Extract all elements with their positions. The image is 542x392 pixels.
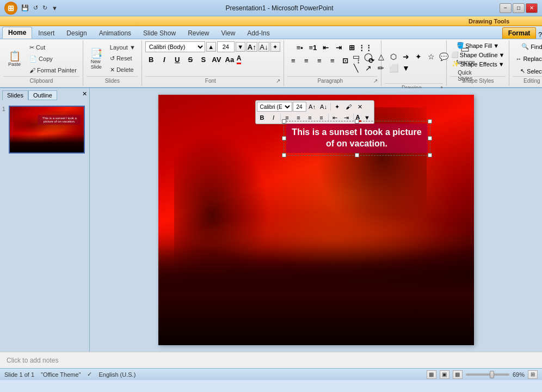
shape-effects-dropdown[interactable]: ▼ [498, 61, 504, 68]
close-button[interactable]: ✕ [526, 3, 538, 13]
shape-line[interactable]: ╲ [350, 63, 362, 74]
notes-bar[interactable]: Click to add notes [0, 352, 542, 368]
text-box-container[interactable]: This is a sunset I took a picture of on … [284, 121, 430, 156]
shape-oval[interactable]: ◯ [362, 51, 374, 62]
font-name-select[interactable]: Calibri (Body) [145, 41, 205, 52]
italic-button[interactable]: I [158, 53, 170, 65]
handle-top-middle[interactable] [355, 119, 359, 124]
shape-textbox[interactable]: ⬜ [387, 63, 399, 74]
redo-button[interactable]: ↻ [41, 3, 49, 13]
text-box-selection[interactable]: This is a sunset I took a picture of on … [284, 121, 430, 156]
underline-button[interactable]: U [171, 53, 183, 65]
new-slide-button[interactable]: 📑 NewSlide [87, 46, 106, 72]
clear-format[interactable]: ✦ [270, 42, 280, 52]
shape-outline-button[interactable]: ⬜ Shape Outline ▼ [450, 51, 506, 59]
panel-close-button[interactable]: ✕ [82, 90, 87, 100]
shape-connector[interactable]: ↗ [362, 63, 374, 74]
font-size-input[interactable] [217, 41, 235, 52]
font-dialog-launcher[interactable]: ↗ [276, 78, 280, 84]
tab-slides[interactable]: Slides [2, 90, 28, 100]
format-painter-button[interactable]: 🖌 Format Painter [27, 65, 79, 75]
char-spacing-button[interactable]: AV [211, 53, 223, 65]
tab-addins[interactable]: Add-Ins [241, 27, 275, 39]
maximize-button[interactable]: □ [513, 3, 525, 13]
align-left-button[interactable]: ≡ [287, 54, 299, 66]
numbered-list-button[interactable]: ≡1 [307, 41, 319, 53]
tab-insert[interactable]: Insert [32, 27, 60, 39]
fit-slide-button[interactable]: ⊞ [528, 370, 538, 379]
handle-top-left[interactable] [282, 119, 286, 124]
select-button[interactable]: ↖ Select [518, 66, 542, 76]
view-slide-sorter-button[interactable]: ▣ [440, 370, 449, 379]
help-icon[interactable]: ? [538, 31, 542, 39]
increase-indent-button[interactable]: ⇥ [333, 41, 345, 53]
cut-button[interactable]: ✂ Cut [27, 42, 79, 53]
shape-freeform[interactable]: ✏ [375, 63, 387, 74]
tab-home[interactable]: Home [2, 27, 32, 39]
tab-slideshow[interactable]: Slide Show [137, 27, 182, 39]
shape-star5[interactable]: ☆ [425, 51, 437, 62]
view-normal-button[interactable]: ▦ [427, 370, 436, 379]
decrease-indent-button[interactable]: ⇤ [320, 41, 332, 53]
slide-text-content[interactable]: This is a sunset I took a picture of on … [286, 124, 428, 153]
minimize-button[interactable]: − [500, 3, 512, 13]
bullet-list-button[interactable]: ≡• [294, 41, 306, 53]
handle-middle-right[interactable] [428, 136, 432, 140]
mini-decrease-font[interactable]: A↓ [318, 102, 329, 112]
tab-format[interactable]: Format [502, 27, 537, 39]
tab-view[interactable]: View [215, 27, 242, 39]
mini-increase-font[interactable]: A↑ [307, 102, 318, 112]
mini-font-size[interactable] [293, 102, 306, 112]
replace-button[interactable]: ↔ Replace↓ [513, 54, 542, 64]
canvas-area[interactable]: Calibri (E... A↑ A↓ ✦ 🖌 ✕ B I [90, 88, 542, 352]
slide-canvas[interactable]: Calibri (E... A↑ A↓ ✦ 🖌 ✕ B I [158, 95, 474, 345]
shape-effects-button[interactable]: ✨ Shape Effects ▼ [451, 60, 506, 68]
handle-bottom-right[interactable] [428, 153, 432, 157]
save-button[interactable]: 💾 [20, 3, 30, 13]
shape-arrow[interactable]: ➜ [400, 51, 412, 62]
layout-button[interactable]: Layout ▼ [107, 42, 138, 52]
office-icon[interactable]: ⊞ [4, 2, 17, 15]
shape-hexagon[interactable]: ⬡ [387, 51, 399, 62]
handle-middle-left[interactable] [282, 136, 286, 140]
font-size-up[interactable]: ▲ [206, 42, 216, 52]
paste-button[interactable]: 📋 Paste [3, 48, 26, 70]
shadow-button[interactable]: S [198, 53, 210, 65]
shape-more[interactable]: ▼ [400, 63, 412, 74]
mini-bold[interactable]: B [257, 113, 268, 122]
slide-thumbnail[interactable]: This is a sunset I took a picture of on … [9, 106, 85, 154]
decrease-font-size[interactable]: A↓ [258, 42, 269, 52]
reset-button[interactable]: ↺ Reset [107, 53, 138, 64]
copy-button[interactable]: 📄 Copy [27, 54, 79, 64]
tab-outline[interactable]: Outline [28, 90, 57, 100]
shape-triangle[interactable]: △ [375, 51, 387, 62]
shape-fill-button[interactable]: 🪣 Shape Fill ▼ [455, 41, 500, 50]
tab-review[interactable]: Review [182, 27, 215, 39]
zoom-thumb[interactable] [490, 371, 494, 378]
spelling-check-icon[interactable]: ✓ [87, 371, 92, 378]
shape-outline-dropdown[interactable]: ▼ [499, 52, 505, 58]
bold-button[interactable]: B [145, 53, 157, 65]
align-right-button[interactable]: ≡ [313, 54, 325, 66]
justify-button[interactable]: ≡ [327, 54, 338, 66]
customize-quick-access[interactable]: ▼ [50, 4, 59, 13]
mini-font-select[interactable]: Calibri (E... [257, 102, 292, 112]
mini-close[interactable]: ✕ [355, 102, 366, 112]
mini-italic[interactable]: I [268, 113, 279, 122]
tab-animations[interactable]: Animations [93, 27, 137, 39]
strikethrough-button[interactable]: S [184, 53, 196, 65]
zoom-slider[interactable] [466, 373, 509, 376]
change-case-button[interactable]: Aa [224, 53, 236, 65]
mini-clear-format[interactable]: ✦ [332, 102, 343, 112]
shape-rect[interactable]: ▭ [350, 51, 362, 62]
shape-fill-dropdown[interactable]: ▼ [493, 42, 499, 49]
tab-design[interactable]: Design [60, 27, 93, 39]
increase-font-size[interactable]: A↑ [247, 42, 257, 52]
view-reading-button[interactable]: ▦ [453, 370, 463, 379]
undo-button[interactable]: ↺ [32, 3, 40, 13]
align-center-button[interactable]: ≡ [300, 54, 312, 66]
handle-top-right[interactable] [428, 119, 432, 124]
find-button[interactable]: 🔍 Find [519, 41, 542, 52]
delete-button[interactable]: ✕ Delete [107, 65, 138, 75]
handle-bottom-left[interactable] [282, 153, 286, 157]
